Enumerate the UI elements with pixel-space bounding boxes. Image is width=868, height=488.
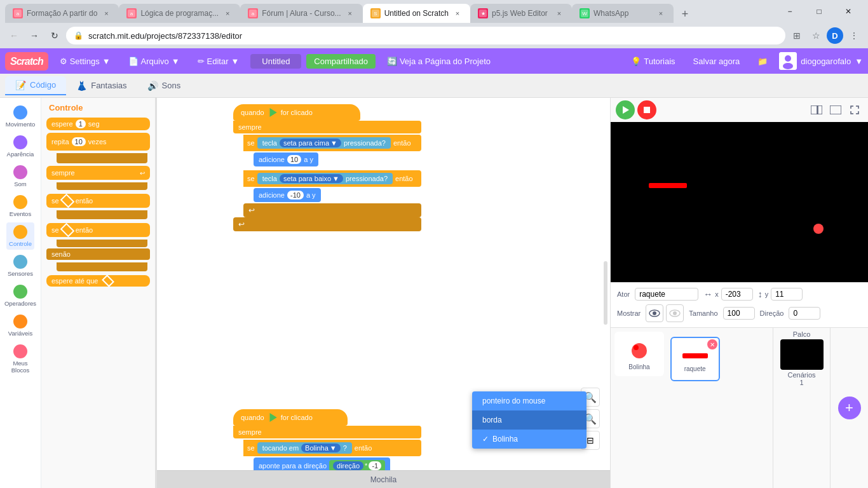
hide-button[interactable] xyxy=(666,304,684,322)
sprite-bolinha[interactable]: Bolinha xyxy=(614,332,664,376)
tab-close-1[interactable]: × xyxy=(101,8,111,18)
cat-som[interactable]: Som xyxy=(11,163,30,190)
ponteiro-label: ponteiro do mouse xyxy=(482,396,545,405)
cat-movimento[interactable]: Movimento xyxy=(3,103,37,130)
tab-forum[interactable]: a Fórum | Alura - Curso... × xyxy=(240,4,362,23)
code-block-group-1: quando for clicado sempre se tecla seta … xyxy=(233,104,421,231)
tab-close-5[interactable]: × xyxy=(554,8,564,18)
adicione-baixo-block[interactable]: adicione -10 a y xyxy=(254,188,321,202)
tecla-baixo-condition[interactable]: tecla seta para baixo ▼ pressionada? xyxy=(257,173,393,184)
cat-eventos[interactable]: Eventos xyxy=(7,193,34,220)
forward-button[interactable]: → xyxy=(25,27,43,44)
share-button[interactable]: Compartilhado xyxy=(306,54,376,69)
tab-close-3[interactable]: × xyxy=(345,8,355,18)
block-se-senao[interactable]: se então xyxy=(46,223,150,237)
direction-input[interactable] xyxy=(789,307,820,320)
menu-item-ponteiro[interactable]: ponteiro do mouse xyxy=(472,391,587,410)
adicione-val1[interactable]: 10 xyxy=(287,155,301,164)
more-options-icon[interactable]: ⋮ xyxy=(845,27,863,44)
green-flag-button[interactable] xyxy=(616,100,635,119)
scroll-indicator[interactable] xyxy=(604,261,607,325)
settings-menu[interactable]: ⚙ Settings ▼ xyxy=(53,54,117,69)
normal-stage-button[interactable] xyxy=(827,102,844,118)
tocando-condition[interactable]: tocando em Bolinha ▼ ? xyxy=(257,442,352,454)
cat-controle[interactable]: Controle xyxy=(6,222,34,250)
se-tecla-cima-block[interactable]: se tecla seta para cima ▼ pressionada? e… xyxy=(243,135,421,151)
tab-close-2[interactable]: × xyxy=(222,8,233,18)
tab-scratch[interactable]: S Untitled on Scratch × xyxy=(363,4,470,23)
backdrop-thumbnail[interactable] xyxy=(780,339,824,370)
seta-cima-dropdown[interactable]: seta para cima ▼ xyxy=(280,139,341,147)
block-repita[interactable]: repita 10 vezes xyxy=(46,133,150,151)
y-input[interactable] xyxy=(771,288,803,301)
tab-whatsapp[interactable]: W WhatsApp × xyxy=(572,4,674,23)
size-input[interactable] xyxy=(723,307,755,320)
editar-menu[interactable]: ✏ Editar ▼ xyxy=(191,54,246,69)
tecla-cima-condition[interactable]: tecla seta para cima ▼ pressionada? xyxy=(257,137,391,149)
menu-item-borda[interactable]: borda xyxy=(472,410,587,430)
reload-button[interactable]: ↻ xyxy=(46,27,64,44)
add-sprite-button[interactable]: + xyxy=(838,396,861,419)
hat-block-quando[interactable]: quando for clicado xyxy=(233,104,360,121)
tab-sounds[interactable]: 🔊 Sons xyxy=(137,77,191,95)
tab-formacao[interactable]: a Formação A partir do × xyxy=(5,4,119,23)
new-tab-button[interactable]: + xyxy=(676,5,694,23)
block-senao[interactable]: senão xyxy=(46,248,150,260)
extensions-icon[interactable]: ⊞ xyxy=(788,27,806,44)
menu-item-bolinha[interactable]: ✓ Bolinha xyxy=(472,430,587,449)
show-button[interactable] xyxy=(646,304,663,322)
arquivo-menu[interactable]: 📄 Arquivo ▼ xyxy=(122,54,186,69)
adicione-cima-block[interactable]: adicione 10 a y xyxy=(254,152,318,166)
x-input[interactable] xyxy=(721,288,753,301)
block-se-entao[interactable]: se então xyxy=(46,194,150,208)
maximize-button[interactable]: □ xyxy=(804,0,834,23)
close-button[interactable]: ✕ xyxy=(834,0,863,23)
context-dropdown-menu[interactable]: ponteiro do mouse borda ✓ Bolinha xyxy=(472,391,587,449)
fullscreen-button[interactable] xyxy=(846,102,863,118)
tab-p5[interactable]: ★ p5.js Web Editor × xyxy=(470,4,572,23)
url-bar[interactable]: 🔒 scratch.mit.edu/projects/872337138/edi… xyxy=(66,27,785,44)
sempre-block2[interactable]: sempre xyxy=(233,426,421,438)
block-espere-ate[interactable]: espere até que xyxy=(46,275,150,287)
cat-aparencia[interactable]: Aparência xyxy=(4,133,37,160)
sprite-raquete[interactable]: ✕ raquete xyxy=(670,337,720,381)
small-stage-button[interactable] xyxy=(808,102,825,118)
actor-name-input[interactable] xyxy=(635,288,698,301)
user-area[interactable]: diogogarofalo ▼ xyxy=(779,52,863,70)
bookmark-icon[interactable]: ☆ xyxy=(807,27,825,44)
back-button[interactable]: ← xyxy=(5,27,23,44)
stop-button[interactable] xyxy=(637,100,656,119)
cat-variaveis[interactable]: Variáveis xyxy=(6,312,35,339)
tutorials-btn[interactable]: 💡 Tutoriais xyxy=(625,54,681,69)
tab-close-4[interactable]: × xyxy=(452,8,463,18)
cat-operadores[interactable]: Operadores xyxy=(2,282,39,309)
block-espere[interactable]: espere 1 seg xyxy=(46,118,150,130)
bolinha-dropdown[interactable]: Bolinha ▼ xyxy=(301,444,341,452)
script-area[interactable]: 🔍 🔍 ⊟ quando for clicado sempre se xyxy=(157,98,610,488)
cat-meus-blocos[interactable]: Meus Blocos xyxy=(3,342,38,376)
seta-baixo-dropdown[interactable]: seta para baixo ▼ xyxy=(280,174,343,183)
save-icon-btn[interactable]: 📁 xyxy=(751,54,774,69)
view-project-btn[interactable]: 🔄 Veja a Página do Projeto xyxy=(381,54,497,69)
espere-input[interactable]: 1 xyxy=(76,119,86,128)
se-middle xyxy=(57,240,147,247)
sempre-block[interactable]: sempre xyxy=(233,121,421,133)
mochila-bar[interactable]: Mochila xyxy=(157,470,610,488)
raquete-delete-btn[interactable]: ✕ xyxy=(707,339,717,349)
profile-icon[interactable]: D xyxy=(826,27,844,44)
project-name-button[interactable]: Untitled xyxy=(250,54,301,69)
minimize-button[interactable]: − xyxy=(775,0,804,23)
direcao-dropdown[interactable]: direção xyxy=(333,461,363,470)
se-tecla-baixo-block[interactable]: se tecla seta para baixo ▼ pressionada? … xyxy=(243,170,421,187)
adicione-val2[interactable]: -10 xyxy=(287,191,304,200)
tab-code[interactable]: 📝 Código xyxy=(5,76,66,95)
save-btn[interactable]: Salvar agora xyxy=(687,54,747,69)
se-tocando-block[interactable]: se tocando em Bolinha ▼ ? então xyxy=(243,440,421,456)
hat-block-quando2[interactable]: quando for clicado xyxy=(233,409,348,426)
tab-close-6[interactable]: × xyxy=(656,8,666,18)
block-sempre[interactable]: sempre ↩ xyxy=(46,166,150,180)
cat-sensores[interactable]: Sensores xyxy=(5,252,36,280)
tab-logica[interactable]: a Lógica de programaç... × xyxy=(119,4,240,23)
tab-costumes[interactable]: 👗 Fantasias xyxy=(66,77,137,95)
repita-input[interactable]: 10 xyxy=(72,137,86,146)
